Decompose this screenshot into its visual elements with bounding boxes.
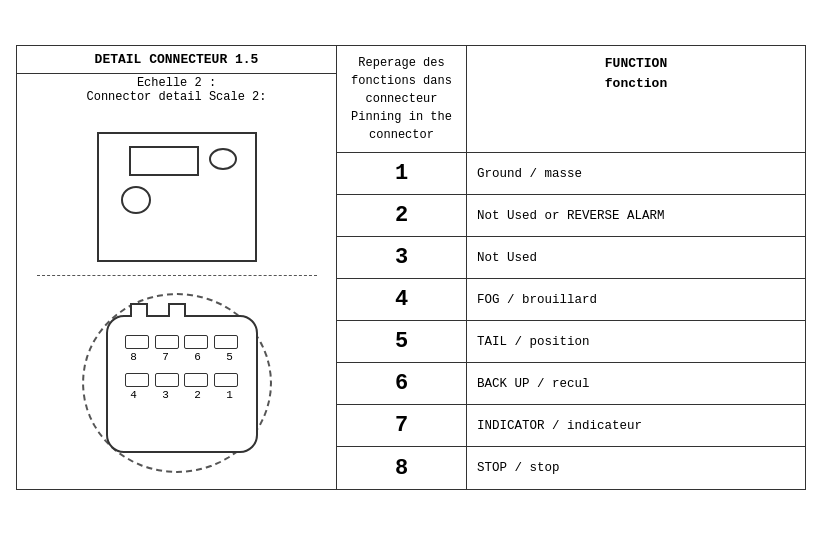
- table-row: 2Not Used or REVERSE ALARM: [337, 195, 805, 237]
- cell-pin-7: 7: [337, 405, 467, 446]
- pin-label-2: 2: [184, 389, 212, 401]
- table-body: 1Ground / masse2Not Used or REVERSE ALAR…: [337, 153, 805, 489]
- plug-tab-right: [168, 303, 186, 317]
- pin-header-line3: connecteur: [365, 92, 437, 106]
- right-panel: Reperage des fonctions dans connecteur P…: [337, 46, 805, 489]
- pin-header-line2: fonctions dans: [351, 74, 452, 88]
- pin-slot-7: [155, 335, 179, 349]
- table-header: Reperage des fonctions dans connecteur P…: [337, 46, 805, 153]
- cell-func-3: Not Used: [467, 237, 805, 278]
- scale-line2: Connector detail Scale 2:: [86, 90, 266, 104]
- title-text: DETAIL CONNECTEUR 1.5: [95, 52, 259, 67]
- scale-line1: Echelle 2 :: [137, 76, 216, 90]
- pin-slot-8: [125, 335, 149, 349]
- cell-pin-2: 2: [337, 195, 467, 236]
- table-row: 1Ground / masse: [337, 153, 805, 195]
- col-pin-header: Reperage des fonctions dans connecteur P…: [337, 46, 467, 152]
- pin-row-bottom: [108, 373, 256, 387]
- scale-subtitle: Echelle 2 : Connector detail Scale 2:: [17, 74, 336, 108]
- pin-header-line1: Reperage des: [358, 56, 444, 70]
- table-row: 8STOP / stop: [337, 447, 805, 489]
- cell-pin-8: 8: [337, 447, 467, 489]
- pin-slot-4: [125, 373, 149, 387]
- pin-row-top: [108, 335, 256, 349]
- pin-label-1: 1: [216, 389, 244, 401]
- connector-plug: 8 7 6 5 4 3 2: [106, 315, 258, 453]
- dashed-divider: [37, 275, 317, 276]
- cell-pin-5: 5: [337, 321, 467, 362]
- cell-func-4: FOG / brouillard: [467, 279, 805, 320]
- pin-label-5: 5: [216, 351, 244, 363]
- connector-oval-right: [209, 148, 237, 170]
- pin-slot-6: [184, 335, 208, 349]
- cell-func-8: STOP / stop: [467, 447, 805, 489]
- pin-label-row-bottom: 4 3 2 1: [108, 389, 256, 401]
- func-header-line1: FUNCTION: [605, 56, 667, 71]
- cell-func-2: Not Used or REVERSE ALARM: [467, 195, 805, 236]
- cell-func-5: TAIL / position: [467, 321, 805, 362]
- cell-pin-4: 4: [337, 279, 467, 320]
- table-row: 7INDICATOR / indicateur: [337, 405, 805, 447]
- pin-slot-3: [155, 373, 179, 387]
- plug-tab-left: [130, 303, 148, 317]
- table-row: 3Not Used: [337, 237, 805, 279]
- connector-oval-left: [121, 186, 151, 214]
- connector-top-drawing: [97, 132, 257, 262]
- func-header-line2: fonction: [605, 76, 667, 91]
- cell-func-7: INDICATOR / indicateur: [467, 405, 805, 446]
- cell-pin-6: 6: [337, 363, 467, 404]
- pin-header-line4: Pinning in the: [351, 110, 452, 124]
- col-func-header: FUNCTION fonction: [467, 46, 805, 152]
- main-table: DETAIL CONNECTEUR 1.5 Echelle 2 : Connec…: [16, 45, 806, 490]
- connector-bottom-wrap: 8 7 6 5 4 3 2: [62, 293, 292, 473]
- pin-label-3: 3: [152, 389, 180, 401]
- connector-top-rect: [129, 146, 199, 176]
- pin-label-8: 8: [120, 351, 148, 363]
- cell-pin-3: 3: [337, 237, 467, 278]
- pin-header-line5: connector: [369, 128, 434, 142]
- pin-label-row-top: 8 7 6 5: [108, 351, 256, 363]
- pin-label-6: 6: [184, 351, 212, 363]
- pin-slot-2: [184, 373, 208, 387]
- cell-func-1: Ground / masse: [467, 153, 805, 194]
- pin-slot-5: [214, 335, 238, 349]
- table-row: 4FOG / brouillard: [337, 279, 805, 321]
- pin-label-4: 4: [120, 389, 148, 401]
- pin-label-7: 7: [152, 351, 180, 363]
- left-panel: DETAIL CONNECTEUR 1.5 Echelle 2 : Connec…: [17, 46, 337, 489]
- connector-area: 8 7 6 5 4 3 2: [17, 108, 336, 489]
- table-row: 5TAIL / position: [337, 321, 805, 363]
- pin-slot-1: [214, 373, 238, 387]
- detail-title: DETAIL CONNECTEUR 1.5: [17, 46, 336, 74]
- cell-pin-1: 1: [337, 153, 467, 194]
- cell-func-6: BACK UP / recul: [467, 363, 805, 404]
- table-row: 6BACK UP / recul: [337, 363, 805, 405]
